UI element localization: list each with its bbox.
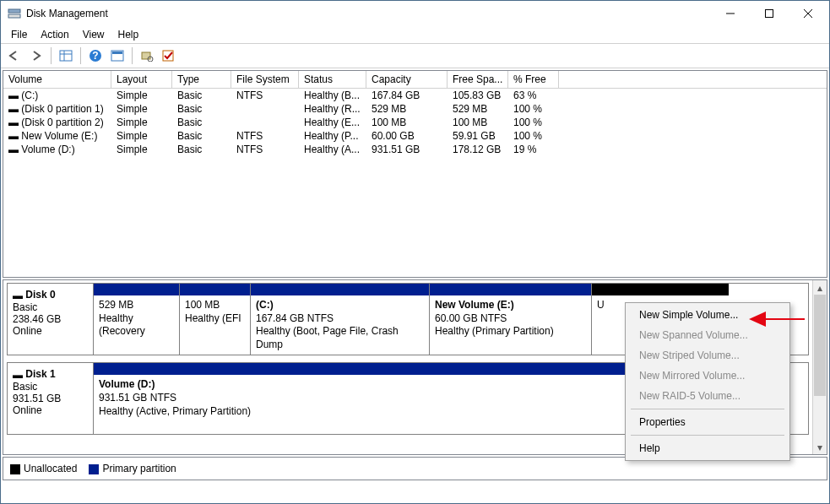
disk-type: Basic bbox=[13, 381, 88, 393]
scrollbar-thumb[interactable] bbox=[814, 295, 826, 396]
scroll-down-icon[interactable]: ▾ bbox=[813, 440, 827, 454]
scroll-up-icon[interactable]: ▴ bbox=[813, 280, 827, 295]
vol-free: 59.91 GB bbox=[448, 129, 508, 143]
view-list-icon[interactable] bbox=[56, 46, 76, 66]
forward-button[interactable] bbox=[26, 46, 46, 66]
vol-capacity: 167.84 GB bbox=[366, 89, 448, 102]
settings-icon[interactable] bbox=[137, 46, 157, 66]
partition-size: 60.00 GB NTFS bbox=[435, 312, 507, 324]
vol-pct: 63 % bbox=[508, 89, 559, 102]
partition-stripe bbox=[94, 284, 179, 295]
context-menu-item: New RAID-5 Volume... bbox=[627, 386, 788, 406]
partition-stripe bbox=[251, 284, 429, 295]
drive-icon: ▬ bbox=[8, 117, 19, 128]
legend-unallocated: Unallocated bbox=[10, 463, 77, 474]
vol-fs: NTFS bbox=[231, 89, 299, 102]
context-menu-item: New Striped Volume... bbox=[627, 345, 788, 366]
vol-type: Basic bbox=[172, 116, 231, 129]
partition[interactable]: 529 MBHealthy (Recovery bbox=[94, 284, 180, 355]
menu-file[interactable]: File bbox=[4, 27, 34, 42]
partition[interactable]: (C:)167.84 GB NTFSHealthy (Boot, Page Fi… bbox=[251, 284, 430, 355]
col-pct[interactable]: % Free bbox=[508, 71, 559, 88]
partition-title: Volume (D:) bbox=[99, 378, 155, 390]
vol-status: Healthy (P... bbox=[299, 129, 366, 143]
help-icon[interactable]: ? bbox=[85, 46, 106, 66]
check-icon[interactable] bbox=[159, 46, 179, 66]
partition[interactable]: New Volume (E:)60.00 GB NTFSHealthy (Pri… bbox=[430, 284, 592, 355]
partition-stripe bbox=[180, 284, 250, 295]
toolbar: ? bbox=[1, 43, 829, 68]
drive-icon: ▬ bbox=[8, 144, 19, 155]
vol-status: Healthy (B... bbox=[299, 89, 366, 102]
col-fs[interactable]: File System bbox=[231, 71, 299, 88]
disk-info[interactable]: ▬ Disk 1Basic931.51 GBOnline bbox=[8, 363, 94, 434]
menu-help[interactable]: Help bbox=[111, 27, 146, 42]
col-free[interactable]: Free Spa... bbox=[448, 71, 508, 88]
vol-name: (Disk 0 partition 1) bbox=[21, 103, 103, 115]
vol-free: 178.12 GB bbox=[448, 143, 508, 156]
svg-rect-13 bbox=[142, 52, 150, 59]
back-button[interactable] bbox=[4, 46, 24, 66]
window-title: Disk Management bbox=[26, 8, 711, 19]
svg-rect-1 bbox=[8, 14, 20, 18]
vol-name: New Volume (E:) bbox=[21, 130, 97, 142]
menubar: File Action View Help bbox=[1, 26, 829, 43]
partition-size: 529 MB bbox=[99, 299, 133, 311]
partition-status: Healthy (Boot, Page File, Crash Dump bbox=[256, 325, 399, 350]
col-status[interactable]: Status bbox=[299, 71, 366, 88]
vol-fs: NTFS bbox=[231, 129, 299, 143]
vol-capacity: 60.00 GB bbox=[366, 129, 448, 143]
vol-name: Volume (D:) bbox=[21, 144, 74, 155]
partition[interactable]: 100 MBHealthy (EFI bbox=[180, 284, 251, 355]
col-type[interactable]: Type bbox=[172, 71, 231, 88]
partition-status: Healthy (Primary Partition) bbox=[435, 325, 554, 337]
volume-list-header[interactable]: Volume Layout Type File System Status Ca… bbox=[3, 71, 827, 89]
volume-row[interactable]: ▬ (C:)SimpleBasicNTFSHealthy (B...167.84… bbox=[3, 89, 827, 102]
context-menu: New Simple Volume...New Spanned Volume..… bbox=[625, 302, 790, 461]
partition-title: (C:) bbox=[256, 299, 274, 311]
context-menu-item[interactable]: New Simple Volume... bbox=[627, 305, 788, 325]
drive-icon: ▬ bbox=[8, 103, 19, 115]
volume-row[interactable]: ▬ Volume (D:)SimpleBasicNTFSHealthy (A..… bbox=[3, 143, 827, 156]
disk-icon: ▬ bbox=[13, 369, 23, 381]
volume-row[interactable]: ▬ (Disk 0 partition 2)SimpleBasicHealthy… bbox=[3, 116, 827, 129]
disk-info[interactable]: ▬ Disk 0Basic238.46 GBOnline bbox=[8, 284, 94, 355]
vol-type: Basic bbox=[172, 129, 231, 143]
vol-name: (C:) bbox=[21, 89, 38, 101]
close-button[interactable] bbox=[789, 1, 827, 26]
vol-layout: Simple bbox=[111, 102, 172, 116]
vol-type: Basic bbox=[172, 102, 231, 116]
vol-layout: Simple bbox=[111, 129, 172, 143]
vol-free: 100 MB bbox=[448, 116, 508, 129]
partition-size: 167.84 GB NTFS bbox=[256, 312, 334, 324]
col-layout[interactable]: Layout bbox=[111, 71, 172, 88]
svg-rect-6 bbox=[60, 51, 72, 61]
vol-pct: 100 % bbox=[508, 129, 559, 143]
disk-size: 931.51 GB bbox=[13, 393, 88, 404]
col-volume[interactable]: Volume bbox=[3, 71, 111, 88]
drive-icon: ▬ bbox=[8, 89, 19, 101]
disk-state: Online bbox=[13, 325, 88, 337]
svg-rect-12 bbox=[112, 51, 122, 54]
context-menu-item[interactable]: Help bbox=[627, 438, 788, 458]
view-graphical-icon[interactable] bbox=[107, 46, 127, 66]
partition-status: Healthy (Recovery bbox=[99, 312, 145, 338]
disk-name: Disk 1 bbox=[25, 368, 55, 380]
menu-view[interactable]: View bbox=[76, 27, 111, 42]
context-menu-item: New Spanned Volume... bbox=[627, 325, 788, 345]
partition-status: Healthy (EFI bbox=[185, 312, 241, 324]
context-menu-item[interactable]: Properties bbox=[627, 412, 788, 432]
scrollbar-vertical[interactable]: ▴ ▾ bbox=[812, 280, 827, 454]
vol-name: (Disk 0 partition 2) bbox=[21, 117, 103, 128]
col-capacity[interactable]: Capacity bbox=[366, 71, 448, 88]
volume-list: Volume Layout Type File System Status Ca… bbox=[3, 70, 827, 278]
volume-row[interactable]: ▬ New Volume (E:)SimpleBasicNTFSHealthy … bbox=[3, 129, 827, 143]
partition-size: U bbox=[597, 299, 605, 311]
volume-row[interactable]: ▬ (Disk 0 partition 1)SimpleBasicHealthy… bbox=[3, 102, 827, 116]
menu-action[interactable]: Action bbox=[34, 27, 75, 42]
app-icon bbox=[8, 7, 21, 20]
vol-status: Healthy (E... bbox=[299, 116, 366, 129]
maximize-button[interactable] bbox=[750, 1, 789, 26]
svg-rect-3 bbox=[766, 10, 773, 18]
minimize-button[interactable] bbox=[711, 1, 750, 26]
